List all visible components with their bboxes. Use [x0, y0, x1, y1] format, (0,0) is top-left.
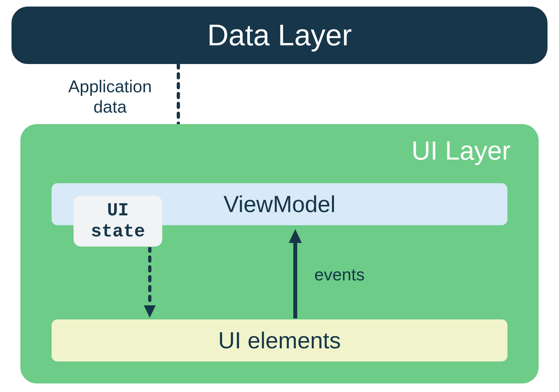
ui-state-line2: state [91, 221, 145, 242]
data-layer-label: Data Layer [207, 18, 352, 52]
ui-layer-box: UI Layer ViewModel UI state events UI el… [20, 124, 539, 383]
svg-marker-5 [289, 229, 302, 243]
arrow-events-icon [287, 229, 303, 318]
arrow-ui-state-icon [143, 247, 156, 318]
ui-layer-label: UI Layer [412, 136, 511, 166]
viewmodel-label: ViewModel [223, 191, 335, 217]
app-data-line1: Application [68, 77, 152, 96]
data-layer-box: Data Layer [11, 7, 548, 64]
events-label: events [314, 265, 365, 284]
ui-elements-box: UI elements [52, 319, 507, 361]
svg-marker-3 [144, 305, 156, 318]
app-data-line2: data [93, 97, 126, 116]
application-data-label: Application data [56, 76, 164, 117]
ui-state-box: UI state [74, 196, 162, 247]
ui-state-line1: UI [107, 200, 129, 221]
ui-elements-label: UI elements [218, 327, 341, 354]
